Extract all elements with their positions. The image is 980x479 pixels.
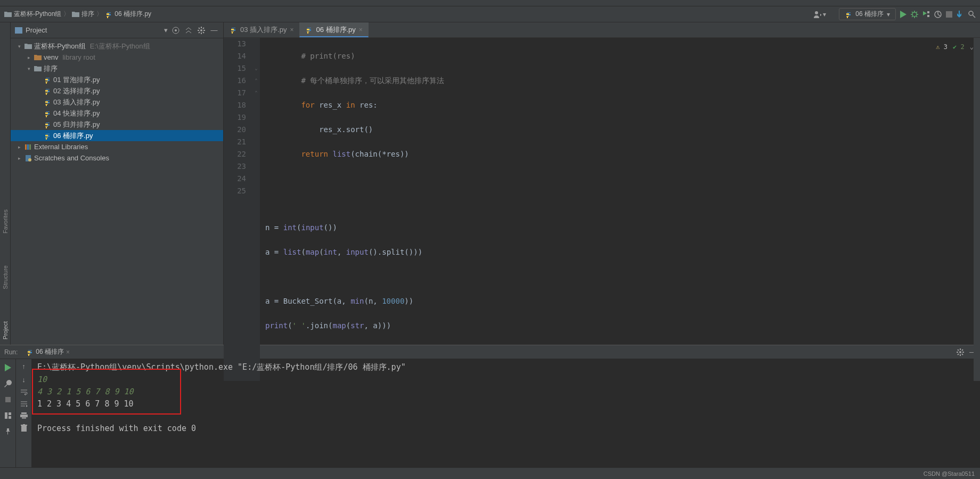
chevron-down-icon: ⌄ xyxy=(970,41,974,53)
tool-window-favorites[interactable]: Favorites xyxy=(2,209,9,233)
svg-point-10 xyxy=(200,29,202,31)
tree-venv[interactable]: ▸venvlibrary root xyxy=(11,52,223,63)
editor-inspection-status[interactable]: ⚠ 3 ✔ 2 ⌄ xyxy=(936,41,974,53)
up-icon[interactable]: ↑ xyxy=(22,362,26,370)
python-file-icon xyxy=(26,348,34,356)
tree-file[interactable]: 05 归并排序.py xyxy=(11,119,223,130)
svg-point-0 xyxy=(815,11,818,14)
stop-icon[interactable] xyxy=(946,11,952,18)
git-update-icon[interactable] xyxy=(957,11,964,18)
debug-icon[interactable] xyxy=(911,11,918,18)
breadcrumb-file-label: 06 桶排序.py xyxy=(115,10,151,19)
warning-icon: ⚠ xyxy=(936,43,940,51)
pin-icon[interactable] xyxy=(3,426,13,437)
python-file-icon xyxy=(44,87,51,95)
svg-point-9 xyxy=(175,29,177,31)
console-line: E:\蓝桥杯-Python组\venv\Scripts\python.exe "… xyxy=(37,361,975,374)
run-side-toolbar xyxy=(0,359,16,467)
svg-point-1 xyxy=(912,12,917,17)
tree-file[interactable]: 01 冒泡排序.py xyxy=(11,74,223,85)
python-file-icon xyxy=(230,26,237,34)
editor-tabs: 03 插入排序.py × 06 桶排序.py × xyxy=(224,22,980,38)
scroll-end-icon[interactable] xyxy=(20,401,28,407)
expand-toggle-icon[interactable]: ▸ xyxy=(16,156,22,161)
tree-external-libraries[interactable]: ▸External Libraries xyxy=(11,141,223,152)
project-panel: Project ▾ — ▾蓝桥杯-Python组E:\蓝桥杯-Python组 ▸… xyxy=(11,22,224,345)
code-content[interactable]: # print(res) # 每个桶单独排序，可以采用其他排序算法 for re… xyxy=(260,38,980,381)
breadcrumb-root-label: 蓝桥杯-Python组 xyxy=(14,10,61,19)
wrench-icon[interactable] xyxy=(3,378,13,389)
breadcrumb-folder[interactable]: 排序 xyxy=(72,10,94,19)
tool-window-project[interactable]: Project xyxy=(2,321,9,339)
tree-file-active[interactable]: 06 桶排序.py xyxy=(11,130,223,141)
gear-icon[interactable] xyxy=(197,26,206,35)
tree-sort-folder[interactable]: ▾排序 xyxy=(11,63,223,74)
run-tab[interactable]: 06 桶排序 × xyxy=(23,346,73,358)
tree-scratches[interactable]: ▸Scratches and Consoles xyxy=(11,152,223,164)
user-icon[interactable]: ▾ xyxy=(813,11,826,18)
console-line: 1 2 3 4 5 6 7 8 9 10 xyxy=(37,398,975,410)
svg-rect-20 xyxy=(9,416,11,419)
project-tree[interactable]: ▾蓝桥杯-Python组E:\蓝桥杯-Python组 ▸venvlibrary … xyxy=(11,38,223,345)
console-input-line: 4 3 2 1 5 6 7 8 9 10 xyxy=(37,386,975,398)
chevron-down-icon[interactable]: ▾ xyxy=(164,26,168,34)
close-icon[interactable]: × xyxy=(359,26,363,34)
project-icon xyxy=(15,27,22,34)
chevron-right-icon: 〉 xyxy=(96,10,103,19)
svg-rect-26 xyxy=(23,424,25,425)
close-icon[interactable]: × xyxy=(66,348,70,356)
expand-toggle-icon[interactable]: ▸ xyxy=(16,144,22,150)
menu-bar[interactable] xyxy=(0,0,980,6)
svg-rect-18 xyxy=(5,412,7,419)
breadcrumb-root[interactable]: 蓝桥杯-Python组 xyxy=(4,10,61,19)
tab-file-1[interactable]: 03 插入排序.py × xyxy=(224,22,299,37)
tree-file[interactable]: 02 选择排序.py xyxy=(11,85,223,96)
chevron-down-icon: ▾ xyxy=(887,11,890,18)
console-output[interactable]: E:\蓝桥杯-Python组\venv\Scripts\python.exe "… xyxy=(32,359,980,467)
down-icon[interactable]: ↓ xyxy=(22,376,26,384)
trash-icon[interactable] xyxy=(21,424,27,432)
run-icon[interactable] xyxy=(900,11,907,18)
console-line xyxy=(37,410,975,423)
select-file-icon[interactable] xyxy=(171,26,181,35)
tab-file-2[interactable]: 06 桶排序.py × xyxy=(299,22,368,37)
print-icon[interactable] xyxy=(20,412,28,419)
stop-icon[interactable] xyxy=(3,394,13,405)
soft-wrap-icon[interactable] xyxy=(20,389,28,395)
python-file-icon xyxy=(845,11,852,18)
run-config-selector[interactable]: 06 桶排序 ▾ xyxy=(839,8,896,20)
tree-file[interactable]: 04 快速排序.py xyxy=(11,108,223,119)
svg-rect-12 xyxy=(27,144,29,150)
layout-icon[interactable] xyxy=(3,410,13,421)
folder-icon xyxy=(72,11,79,18)
svg-point-15 xyxy=(28,158,31,161)
run-tab-label: 06 桶排序 xyxy=(36,347,64,356)
expand-toggle-icon[interactable]: ▾ xyxy=(16,44,22,49)
hide-icon[interactable]: — xyxy=(209,26,219,35)
rerun-icon[interactable] xyxy=(3,362,13,373)
left-tool-strip: Favorites Structure Project xyxy=(0,22,11,345)
svg-rect-21 xyxy=(21,412,27,414)
search-icon[interactable] xyxy=(968,11,976,18)
expand-toggle-icon[interactable]: ▸ xyxy=(26,55,32,60)
svg-rect-24 xyxy=(21,426,27,432)
profile-icon[interactable] xyxy=(934,11,942,18)
svg-rect-7 xyxy=(15,27,22,34)
breadcrumb-bar: 蓝桥杯-Python组 〉 排序 〉 06 桶排序.py ▾ 06 桶排序 ▾ xyxy=(0,6,980,22)
run-coverage-icon[interactable] xyxy=(922,11,930,18)
svg-rect-17 xyxy=(5,397,11,402)
console-input-line: 10 xyxy=(37,374,975,386)
svg-point-6 xyxy=(969,11,973,15)
close-icon[interactable]: × xyxy=(290,26,293,34)
breadcrumb-file[interactable]: 06 桶排序.py xyxy=(105,10,151,19)
editor-marker-rail[interactable] xyxy=(974,38,980,381)
expand-toggle-icon[interactable]: ▾ xyxy=(26,66,32,71)
fold-gutter[interactable]: ⌄⌃⌃ xyxy=(252,38,260,381)
tree-root[interactable]: ▾蓝桥杯-Python组E:\蓝桥杯-Python组 xyxy=(11,40,223,52)
svg-rect-19 xyxy=(9,412,11,415)
editor-area: 03 插入排序.py × 06 桶排序.py × 131415161718192… xyxy=(224,22,980,345)
expand-all-icon[interactable] xyxy=(184,26,193,35)
code-editor[interactable]: 13141516171819202122232425 ⌄⌃⌃ # print(r… xyxy=(224,38,980,381)
tree-file[interactable]: 03 插入排序.py xyxy=(11,96,223,108)
tool-window-structure[interactable]: Structure xyxy=(2,265,9,289)
